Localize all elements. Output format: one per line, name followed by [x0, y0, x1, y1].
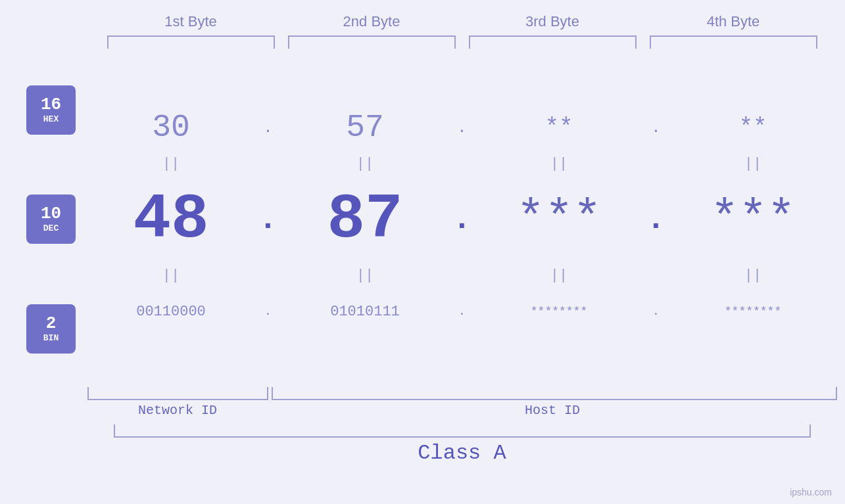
- host-bracket: [272, 387, 837, 400]
- watermark: ipshu.com: [790, 487, 832, 497]
- eq2: ||: [281, 156, 449, 172]
- bin-badge: 2 BIN: [26, 304, 76, 354]
- bracket-byte3: [469, 35, 637, 49]
- bottom-section: Network ID Host ID: [87, 387, 837, 418]
- hex-dot-2: .: [449, 119, 475, 137]
- hex-dot-3: .: [643, 119, 669, 137]
- equals-row-1: || || || ||: [87, 154, 837, 173]
- dec-val-2: 87: [281, 184, 449, 256]
- eq5: ||: [87, 267, 255, 284]
- dec-dot-2: .: [449, 202, 475, 237]
- class-section: Class A: [114, 424, 811, 465]
- dec-badge-num: 10: [41, 205, 61, 222]
- class-label: Class A: [114, 441, 811, 465]
- hex-row: 30 . 57 . ** . **: [87, 101, 837, 154]
- bin-dot-3: .: [643, 305, 669, 318]
- hex-val-3: **: [475, 114, 643, 141]
- hex-val-1: 30: [87, 110, 255, 145]
- dec-val-1: 48: [87, 184, 255, 256]
- values-grid: 30 . 57 . ** . **: [87, 101, 837, 338]
- badge-column: 16 HEX 10 DEC 2 BIN: [9, 55, 87, 384]
- bin-badge-num: 2: [46, 315, 57, 332]
- network-bracket: [87, 387, 268, 400]
- byte-header-1: 1st Byte: [101, 13, 281, 30]
- bin-badge-label: BIN: [43, 333, 59, 343]
- bracket-byte4: [650, 35, 817, 49]
- hex-badge-label: HEX: [43, 114, 59, 124]
- eq6: ||: [281, 267, 449, 284]
- bin-dot-1: .: [255, 305, 281, 318]
- hex-val-4: **: [669, 114, 837, 141]
- byte-headers: 1st Byte 2nd Byte 3rd Byte 4th Byte: [101, 13, 824, 30]
- eq7: ||: [475, 267, 643, 284]
- equals-row-2: || || || ||: [87, 265, 837, 285]
- bin-val-4: ********: [669, 305, 837, 318]
- eq1: ||: [87, 156, 255, 172]
- host-id-label: Host ID: [268, 403, 837, 418]
- bin-dot-2: .: [449, 305, 475, 318]
- main-container: 1st Byte 2nd Byte 3rd Byte 4th Byte 16 H…: [0, 0, 845, 504]
- network-id-label: Network ID: [87, 403, 268, 418]
- dec-badge: 10 DEC: [26, 195, 76, 244]
- dec-row: 48 . 87 . *** . ***: [87, 173, 837, 265]
- hex-dot-1: .: [255, 119, 281, 137]
- bin-val-3: ********: [475, 305, 643, 318]
- dec-badge-label: DEC: [43, 223, 59, 233]
- byte-header-3: 3rd Byte: [462, 13, 643, 30]
- eq8: ||: [669, 267, 837, 284]
- content-area: 16 HEX 10 DEC 2 BIN 30 .: [9, 55, 837, 384]
- bin-val-1: 00110000: [87, 304, 255, 320]
- dec-dot-3: .: [643, 202, 669, 237]
- dec-val-3: ***: [475, 193, 643, 246]
- top-brackets: [101, 35, 824, 49]
- eq3: ||: [475, 156, 643, 172]
- bracket-byte2: [288, 35, 456, 49]
- hex-badge-num: 16: [41, 96, 61, 113]
- bin-row: 00110000 . 01010111 . ******** .: [87, 285, 837, 338]
- id-labels-row: Network ID Host ID: [87, 403, 837, 418]
- dec-val-4: ***: [669, 193, 837, 246]
- bottom-brackets: [87, 387, 837, 400]
- byte-header-2: 2nd Byte: [281, 13, 462, 30]
- dec-dot-1: .: [255, 202, 281, 237]
- eq4: ||: [669, 156, 837, 172]
- byte-header-4: 4th Byte: [643, 13, 824, 30]
- hex-badge: 16 HEX: [26, 85, 76, 135]
- bracket-byte1: [107, 35, 275, 49]
- class-bracket: [114, 424, 811, 438]
- hex-val-2: 57: [281, 110, 449, 145]
- bin-val-2: 01010111: [281, 304, 449, 320]
